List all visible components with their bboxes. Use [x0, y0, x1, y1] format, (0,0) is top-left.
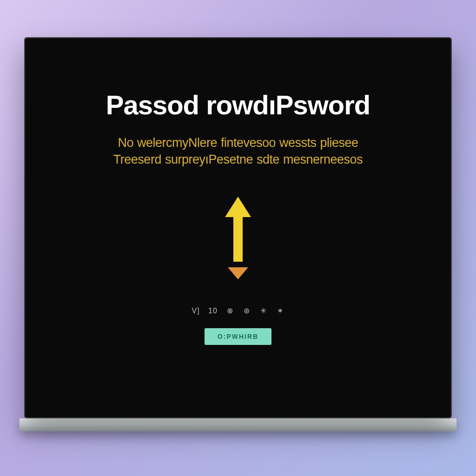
indicator-4: ✳	[259, 307, 268, 315]
instruction-text: No welercmyNlere fintevesoo wessts plies…	[57, 134, 419, 168]
page-title: Passod rowdıPsword	[106, 89, 370, 120]
indicator-3: ⊛	[243, 307, 251, 315]
primary-action-button[interactable]: O:PWHIRB	[205, 328, 271, 345]
arrow-stack	[221, 194, 255, 281]
arrow-up-icon[interactable]	[221, 194, 255, 268]
monitor-stand	[20, 418, 456, 431]
instruction-line-2: Treeserd surpreyıPesetne sdte mesnernees…	[113, 152, 363, 166]
arrow-down-icon[interactable]	[226, 268, 250, 281]
indicator-row: V] 10 ⊗ ⊛ ✳ ✶	[192, 307, 284, 315]
indicator-5: ✶	[276, 307, 284, 315]
instruction-line-1: No welercmyNlere fintevesoo wessts plies…	[118, 136, 358, 150]
indicator-1: 10	[208, 307, 218, 315]
indicator-2: ⊗	[226, 307, 234, 315]
app-screen: Passod rowdıPsword No welercmyNlere fint…	[24, 37, 452, 418]
indicator-0: V]	[192, 307, 200, 315]
